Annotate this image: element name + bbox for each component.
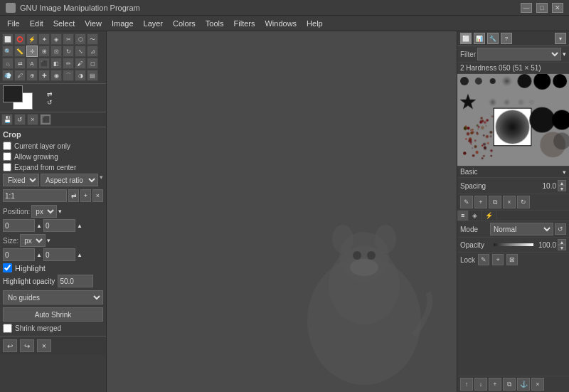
tool-presets-tab-icon[interactable]: 🔧 — [487, 33, 499, 44]
highlight-checkbox[interactable] — [3, 263, 12, 272]
new-layer-btn[interactable]: ↑ — [460, 378, 473, 391]
menu-item-layer[interactable]: Layer — [139, 18, 168, 29]
minimize-button[interactable]: — — [521, 3, 532, 13]
reset-colors-btn[interactable]: ↺ — [47, 99, 53, 106]
lock-all-btn[interactable]: ⊠ — [506, 254, 518, 265]
guides-select[interactable]: No guides — [3, 290, 103, 304]
new-ratio-btn[interactable]: + — [80, 189, 91, 202]
select-by-color-tool[interactable]: ◈ — [50, 33, 62, 45]
panel-menu-btn[interactable]: ▾ — [555, 33, 566, 44]
duplicate-brush-btn[interactable]: ⧉ — [489, 196, 501, 208]
opacity-up-btn[interactable]: ▲ — [558, 239, 566, 245]
save-tool-options-btn[interactable]: 💾 — [1, 114, 13, 125]
refresh-brush-btn[interactable]: ↻ — [517, 196, 530, 208]
dodge-burn-tool[interactable]: ◑ — [75, 70, 86, 81]
paintbrush-tool[interactable]: 🖌 — [75, 58, 86, 69]
mode-select[interactable]: Normal — [490, 223, 553, 235]
menu-item-select[interactable]: Select — [49, 18, 80, 29]
airbrush-tool[interactable]: 💨 — [2, 70, 14, 81]
desaturate-tool[interactable]: ▤ — [87, 70, 98, 81]
ink-tool[interactable]: 🖊 — [14, 70, 26, 81]
blend-tool[interactable]: ◧ — [50, 58, 62, 69]
allow-growing-checkbox[interactable] — [3, 152, 11, 161]
redo-btn[interactable]: ↪ — [20, 339, 34, 352]
spacing-down-btn[interactable]: ▼ — [558, 186, 566, 191]
pos-y-input[interactable] — [43, 219, 75, 232]
measure-tool[interactable]: 📏 — [14, 46, 26, 57]
maximize-button[interactable]: □ — [536, 3, 548, 13]
edit-brush-btn[interactable]: ✎ — [460, 196, 473, 208]
size-unit-select[interactable]: px — [20, 234, 46, 247]
foreground-color-swatch[interactable] — [3, 85, 23, 102]
crop-tool[interactable]: ⊡ — [50, 46, 62, 57]
move-tool[interactable]: ✛ — [26, 46, 38, 57]
spacing-up-btn[interactable]: ▲ — [558, 180, 566, 186]
highlight-opacity-input[interactable] — [58, 275, 93, 287]
rotate-tool[interactable]: ↻ — [63, 46, 74, 57]
shear-tool[interactable]: ⊿ — [87, 46, 98, 57]
menu-item-file[interactable]: File — [3, 18, 24, 29]
size-w-input[interactable] — [3, 248, 35, 261]
swap-colors-btn[interactable]: ⇄ — [47, 90, 53, 97]
ratio-input[interactable] — [3, 189, 67, 202]
filter-chevron-icon[interactable]: ▾ — [563, 51, 566, 58]
new-layer-from-selection-btn[interactable]: + — [489, 378, 501, 391]
lock-pixels-btn[interactable]: ✎ — [478, 254, 489, 265]
smudge-tool[interactable]: ⌒ — [63, 70, 74, 81]
duplicate-layer-btn[interactable]: ⧉ — [503, 378, 516, 391]
heal-tool[interactable]: ✚ — [38, 70, 50, 81]
filter-dropdown[interactable] — [477, 48, 561, 60]
current-layer-only-checkbox[interactable] — [3, 142, 11, 150]
layers-tab[interactable]: ≡ — [457, 211, 469, 221]
pos-x-input[interactable] — [3, 219, 35, 232]
rect-select-tool[interactable]: ⬜ — [2, 33, 14, 45]
fixed-select[interactable]: Fixed — [3, 174, 39, 186]
flip-tool[interactable]: ⇄ — [14, 58, 26, 69]
channels-tab[interactable]: ◈ — [469, 211, 482, 221]
expand-from-center-checkbox[interactable] — [3, 163, 11, 171]
menu-item-colors[interactable]: Colors — [169, 18, 200, 29]
fuzzy-select-tool[interactable]: ✦ — [38, 33, 50, 45]
delete-brush-btn[interactable]: × — [503, 196, 516, 208]
menu-item-image[interactable]: Image — [107, 18, 138, 29]
quit-btn[interactable]: × — [37, 339, 51, 352]
canvas-area[interactable] — [107, 31, 457, 392]
menu-item-edit[interactable]: Edit — [26, 18, 48, 29]
brush-tab-icon[interactable]: ⬜ — [460, 33, 472, 44]
position-unit-select[interactable]: px — [31, 205, 57, 218]
opacity-slider[interactable] — [494, 243, 533, 246]
opacity-down-btn[interactable]: ▼ — [558, 245, 566, 250]
zoom-tool[interactable]: 🔍 — [2, 46, 14, 57]
paths-tool[interactable]: 〜 — [87, 33, 98, 45]
delete-ratio-btn[interactable]: × — [92, 189, 103, 202]
anchor-layer-btn[interactable]: ⚓ — [517, 378, 530, 391]
mode-reset-btn[interactable]: ↺ — [555, 223, 566, 235]
menu-item-windows[interactable]: Windows — [260, 18, 301, 29]
foreground-select-tool[interactable]: ⬡ — [75, 33, 86, 45]
expand-tool-options-btn[interactable]: ⬛ — [40, 114, 51, 125]
swap-ratio-btn[interactable]: ⇄ — [68, 189, 79, 202]
scissors-tool[interactable]: ✂ — [63, 33, 74, 45]
free-select-tool[interactable]: ⚡ — [26, 33, 38, 45]
size-h-input[interactable] — [43, 248, 75, 261]
new-brush-btn[interactable]: + — [474, 196, 487, 208]
align-tool[interactable]: ⊞ — [38, 46, 50, 57]
move-layer-up-btn[interactable]: ↓ — [474, 378, 487, 391]
menu-item-tools[interactable]: Tools — [201, 18, 228, 29]
bucket-fill-tool[interactable]: ⬛ — [38, 58, 50, 69]
delete-layer-btn[interactable]: × — [531, 378, 544, 391]
text-tool[interactable]: A — [26, 58, 38, 69]
menu-item-help[interactable]: Help — [302, 18, 327, 29]
scale-tool[interactable]: ⤡ — [75, 46, 86, 57]
ellipse-select-tool[interactable]: ⭕ — [14, 33, 26, 45]
delete-tool-options-btn[interactable]: × — [27, 114, 38, 125]
pencil-tool[interactable]: ✏ — [63, 58, 74, 69]
paths-tab[interactable]: ⚡ — [482, 211, 497, 221]
perspective-tool[interactable]: ⏢ — [2, 58, 14, 69]
undo-btn[interactable]: ↩ — [3, 339, 17, 352]
eraser-tool[interactable]: ◻ — [87, 58, 98, 69]
menu-item-filters[interactable]: Filters — [230, 18, 260, 29]
restore-tool-options-btn[interactable]: ↺ — [14, 114, 26, 125]
menu-item-view[interactable]: View — [80, 18, 106, 29]
aspect-ratio-select[interactable]: Aspect ratio — [41, 174, 98, 186]
